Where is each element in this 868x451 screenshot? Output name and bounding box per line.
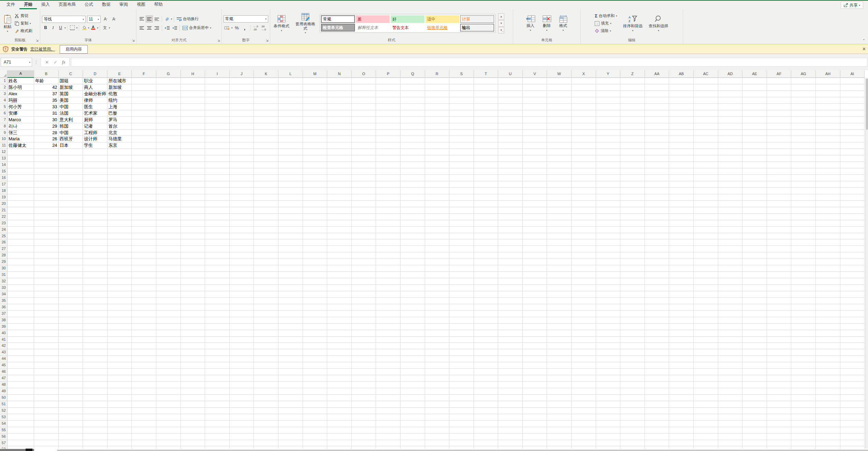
cell-H1[interactable] [181,78,205,84]
cell-N27[interactable] [327,246,352,252]
column-header-E[interactable]: E [107,70,132,78]
cell-B14[interactable] [34,162,59,168]
cell-M29[interactable] [303,259,328,265]
cell-AH35[interactable] [816,298,840,304]
cell-Y31[interactable] [596,272,621,278]
cell-J50[interactable] [230,395,254,401]
cell-U49[interactable] [498,388,523,395]
cell-A42[interactable] [8,343,34,349]
cell-J39[interactable] [230,324,254,330]
cell-AC51[interactable] [694,401,718,408]
cell-AB56[interactable] [669,434,694,440]
cell-F37[interactable] [132,311,156,317]
cell-Z26[interactable] [620,239,645,246]
cell-AC25[interactable] [694,233,718,240]
cell-AI19[interactable] [840,194,865,201]
cell-Q50[interactable] [401,395,425,401]
cell-F26[interactable] [132,239,156,246]
cell-C47[interactable] [59,375,83,382]
cell-R20[interactable] [425,201,450,207]
cell-T6[interactable] [474,110,498,117]
cell-P1[interactable] [376,78,401,84]
cell-E48[interactable] [107,382,132,388]
row-header-37[interactable]: 37 [0,311,8,317]
cell-AI8[interactable] [840,123,865,130]
cell-C28[interactable] [59,252,83,259]
cell-AC38[interactable] [694,317,718,324]
cell-N36[interactable] [327,304,352,311]
cell-D23[interactable] [83,220,107,227]
chevron-down-icon[interactable]: ▾ [97,27,99,29]
cell-Z33[interactable] [620,285,645,291]
cell-J35[interactable] [230,298,254,304]
cell-E39[interactable] [107,324,132,330]
cell-AB38[interactable] [669,317,694,324]
cell-H43[interactable] [181,349,205,356]
cell-AF37[interactable] [767,311,792,317]
cell-AA6[interactable] [645,110,669,117]
cell-X7[interactable] [572,117,596,123]
cell-P18[interactable] [376,188,401,194]
cell-W42[interactable] [547,343,572,349]
cell-AC50[interactable] [694,395,718,401]
cell-C25[interactable] [59,233,83,240]
cell-R26[interactable] [425,239,450,246]
cell-G41[interactable] [156,337,181,343]
cell-F20[interactable] [132,201,156,207]
cell-L9[interactable] [278,130,303,136]
cell-W51[interactable] [547,401,572,408]
cell-Z56[interactable] [620,434,645,440]
cell-T33[interactable] [474,285,498,291]
cell-AC45[interactable] [694,362,718,369]
cell-AI5[interactable] [840,104,865,110]
cell-T52[interactable] [474,408,498,414]
cell-A1[interactable]: 姓名 [8,78,34,84]
tab-page-layout[interactable]: 页面布局 [54,0,80,9]
cell-Y46[interactable] [596,369,621,375]
cell-E56[interactable] [107,434,132,440]
cell-W11[interactable] [547,142,572,149]
cell-E8[interactable]: 首尔 [107,123,132,130]
cell-Y50[interactable] [596,395,621,401]
cell-Q4[interactable] [401,97,425,104]
cell-I48[interactable] [205,382,230,388]
cell-X50[interactable] [572,395,596,401]
cell-L29[interactable] [278,259,303,265]
cell-D9[interactable]: 工程师 [83,130,107,136]
cell-AI45[interactable] [840,362,865,369]
cell-A30[interactable] [8,265,34,272]
cell-I53[interactable] [205,414,230,421]
column-header-AG[interactable]: AG [791,70,816,78]
cell-G23[interactable] [156,220,181,227]
cell-S52[interactable] [449,408,474,414]
cell-L7[interactable] [278,117,303,123]
cell-AC29[interactable] [694,259,718,265]
cell-J23[interactable] [230,220,254,227]
cell-Y35[interactable] [596,298,621,304]
cell-F46[interactable] [132,369,156,375]
cell-Q18[interactable] [401,188,425,194]
cell-I31[interactable] [205,272,230,278]
cell-S11[interactable] [449,142,474,149]
cell-C53[interactable] [59,414,83,421]
column-header-Q[interactable]: Q [401,70,425,78]
cell-AE48[interactable] [742,382,767,388]
cell-W24[interactable] [547,227,572,233]
cell-Y23[interactable] [596,220,621,227]
bold-button[interactable]: B [42,24,49,31]
cell-P3[interactable] [376,91,401,97]
cell-AB42[interactable] [669,343,694,349]
cell-AH5[interactable] [816,104,840,110]
cell-Y56[interactable] [596,434,621,440]
cell-S43[interactable] [449,349,474,356]
cell-P25[interactable] [376,233,401,240]
cell-AG49[interactable] [791,388,816,395]
cell-H47[interactable] [181,375,205,382]
cell-H26[interactable] [181,239,205,246]
cell-Q9[interactable] [401,130,425,136]
cell-AB41[interactable] [669,337,694,343]
cell-N9[interactable] [327,130,352,136]
cell-AA25[interactable] [645,233,669,240]
cell-M34[interactable] [303,291,328,298]
cell-AF52[interactable] [767,408,792,414]
